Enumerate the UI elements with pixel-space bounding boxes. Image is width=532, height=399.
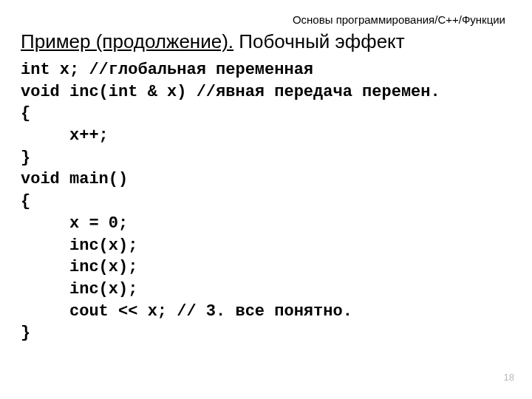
code-line: void inc(int & x) //явная передача перем… — [21, 83, 440, 101]
code-line: inc(x); — [21, 280, 137, 299]
code-line: x = 0; — [21, 214, 128, 233]
code-line: { — [21, 104, 30, 123]
code-line: inc(x); — [21, 236, 137, 255]
code-line: { — [21, 192, 30, 211]
slide-title: Пример (продолжение). Побочный эффект — [21, 30, 511, 53]
breadcrumb: Основы программирования/C++/Функции — [21, 13, 511, 26]
title-underlined: Пример (продолжение). — [21, 30, 233, 52]
code-line: } — [21, 324, 30, 342]
code-block: int x; //глобальная переменная void inc(… — [21, 59, 511, 344]
code-line: x++; — [21, 126, 109, 145]
code-line: cout << x; // 3. все понятно. — [21, 302, 352, 321]
page-number: 18 — [504, 372, 514, 383]
title-rest: Побочный эффект — [233, 30, 405, 52]
code-line: void main() — [21, 170, 128, 188]
code-line: int x; //глобальная переменная — [21, 61, 313, 79]
code-line: inc(x); — [21, 258, 137, 276]
code-line: } — [21, 149, 30, 167]
